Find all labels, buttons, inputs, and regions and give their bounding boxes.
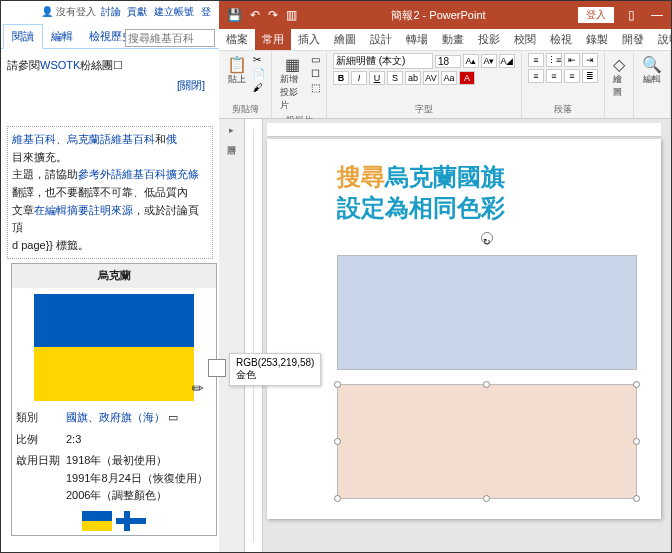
horizontal-ruler	[267, 123, 661, 137]
align-left-icon[interactable]: ≡	[528, 69, 544, 83]
shadow-icon[interactable]: ab	[405, 71, 421, 85]
rotate-handle-icon[interactable]	[481, 232, 493, 244]
login-button[interactable]: 登入	[578, 7, 614, 23]
save-icon[interactable]: 💾	[227, 8, 242, 22]
minimize-icon[interactable]: —	[643, 8, 671, 22]
login-link[interactable]: 登	[201, 6, 211, 17]
shrink-font-icon[interactable]: A▾	[481, 54, 497, 68]
indent-right-icon[interactable]: ⇥	[582, 53, 598, 67]
svg-rect-4	[116, 518, 146, 524]
tab-review[interactable]: 校閱	[507, 29, 543, 50]
shapes-button[interactable]: ◇繪圖	[611, 53, 627, 101]
titlebar: 💾 ↶ ↷ ▥ 簡報2 - PowerPoint 登入 ▯ —	[219, 1, 671, 29]
align-right-icon[interactable]: ≡	[564, 69, 580, 83]
editing-button[interactable]: 🔍編輯	[640, 53, 664, 88]
notice-pre: 請參閱	[7, 59, 40, 71]
italic-icon[interactable]: I	[351, 71, 367, 85]
svg-rect-1	[82, 521, 112, 531]
page-tabs: 閱讀 編輯 檢視歷史	[1, 23, 219, 49]
link-source[interactable]: 在編輯摘要註明來源	[34, 204, 133, 216]
shape-rectangle-top[interactable]	[337, 255, 637, 370]
case-icon[interactable]: Aa	[441, 71, 457, 85]
slide-title: 搜尋烏克蘭國旗 設定為相同色彩	[337, 161, 505, 223]
align-center-icon[interactable]: ≡	[546, 69, 562, 83]
spacing-icon[interactable]: AV	[423, 71, 439, 85]
tab-help[interactable]: 說明	[651, 29, 672, 50]
strike-icon[interactable]: S	[387, 71, 403, 85]
bold-icon[interactable]: B	[333, 71, 349, 85]
thumbnail-pane[interactable]: ▸圖層	[219, 119, 245, 552]
group-font: 字型	[333, 103, 515, 116]
tab-transitions[interactable]: 轉場	[399, 29, 435, 50]
notice-post: 粉絲團	[80, 59, 113, 71]
numbering-icon[interactable]: ⋮≡	[546, 53, 562, 67]
search-input[interactable]	[125, 29, 215, 47]
wsotk-link[interactable]: WSOTK	[40, 59, 80, 71]
clear-format-icon[interactable]: A◢	[499, 54, 515, 68]
group-clipboard: 剪貼簿	[225, 103, 265, 116]
tab-insert[interactable]: 插入	[291, 29, 327, 50]
infobox: 烏克蘭 ✎ 類別 國旗、政府旗（海） ▭ 比例 2:3 啟用日期 1918年（最…	[11, 263, 217, 536]
contrib-link[interactable]: 貢獻	[127, 6, 147, 17]
tab-read[interactable]: 閱讀	[3, 24, 43, 49]
window-title: 簡報2 - PowerPoint	[305, 8, 572, 23]
font-size[interactable]: 18	[435, 55, 461, 68]
paste-button[interactable]: 📋貼上	[225, 53, 249, 88]
link-gov-flag[interactable]: 政府旗（海）	[99, 411, 165, 423]
color-name: 金色	[236, 368, 314, 382]
underline-icon[interactable]: U	[369, 71, 385, 85]
ukraine-flag: ✎	[34, 294, 194, 401]
ribbon-options-icon[interactable]: ▯	[620, 8, 643, 22]
small-flag-1	[82, 511, 112, 531]
hide-link[interactable]: [關閉]	[177, 79, 205, 91]
start-icon[interactable]: ▥	[286, 8, 297, 22]
not-logged-text: 沒有登入	[56, 6, 96, 17]
tab-view[interactable]: 檢視	[543, 29, 579, 50]
small-flag-2	[116, 511, 146, 531]
wiki-body: 請參閱WSOTK粉絲團☐ [關閉] 維基百科、烏克蘭語維基百科和俄 目來擴充。 …	[1, 49, 219, 548]
powerpoint-window: 💾 ↶ ↷ ▥ 簡報2 - PowerPoint 登入 ▯ — 檔案 常用 插入…	[219, 1, 671, 552]
bullets-icon[interactable]: ≡	[528, 53, 544, 67]
shape-rectangle-bottom[interactable]	[337, 384, 637, 499]
ribbon-tabs: 檔案 常用 插入 繪圖 設計 轉場 動畫 投影 校閱 檢視 錄製 開發 說明 M…	[219, 29, 671, 51]
link-expand[interactable]: 參考外語維基百科擴充條	[78, 168, 199, 180]
talk-link[interactable]: 討論	[101, 6, 121, 17]
undo-icon[interactable]: ↶	[250, 8, 260, 22]
tab-file[interactable]: 檔案	[219, 29, 255, 50]
search-box	[125, 29, 215, 47]
group-paragraph: 段落	[528, 103, 598, 116]
grow-font-icon[interactable]: A▴	[463, 54, 479, 68]
font-color-icon[interactable]: A	[459, 71, 475, 85]
create-account-link[interactable]: 建立帳號	[154, 6, 194, 17]
color-tooltip: RGB(253,219,58) 金色	[229, 353, 321, 386]
link-flag-cat[interactable]: 國旗	[66, 411, 88, 423]
wikipedia-pane: 👤 沒有登入 討論 貢獻 建立帳號 登 閱讀 編輯 檢視歷史 請參閱WSOTK粉…	[1, 1, 219, 552]
ribbon: 📋貼上 ✂📄🖌 剪貼簿 ▦新增投影片 ▭☐⬚ 投影片 新細明體 (本文) 18 …	[219, 51, 671, 119]
tab-draw[interactable]: 繪圖	[327, 29, 363, 50]
tab-slideshow[interactable]: 投影	[471, 29, 507, 50]
indent-left-icon[interactable]: ⇤	[564, 53, 580, 67]
slide-area: ▸圖層 搜尋烏克蘭國旗 設定為相同色彩	[219, 119, 671, 552]
new-slide-button[interactable]: ▦新增投影片	[278, 53, 307, 114]
tab-edit[interactable]: 編輯	[43, 25, 81, 48]
tab-animations[interactable]: 動畫	[435, 29, 471, 50]
vertical-ruler	[245, 119, 263, 552]
tab-developer[interactable]: 開發	[615, 29, 651, 50]
tab-home[interactable]: 常用	[255, 29, 291, 50]
slide-canvas[interactable]: 搜尋烏克蘭國旗 設定為相同色彩	[267, 139, 661, 519]
infobox-title: 烏克蘭	[12, 264, 216, 288]
link-uk-wiki[interactable]: 烏克蘭語維基百科	[67, 133, 155, 145]
link-wikipedia[interactable]: 維基百科	[12, 133, 56, 145]
svg-rect-0	[82, 511, 112, 521]
link-ru[interactable]: 俄	[166, 133, 177, 145]
redo-icon[interactable]: ↷	[268, 8, 278, 22]
font-select[interactable]: 新細明體 (本文)	[333, 53, 433, 69]
tab-design[interactable]: 設計	[363, 29, 399, 50]
justify-icon[interactable]: ≣	[582, 69, 598, 83]
tab-record[interactable]: 錄製	[579, 29, 615, 50]
color-sample-swatch	[208, 359, 226, 377]
user-links: 👤 沒有登入 討論 貢獻 建立帳號 登	[1, 1, 219, 23]
color-rgb: RGB(253,219,58)	[236, 357, 314, 368]
